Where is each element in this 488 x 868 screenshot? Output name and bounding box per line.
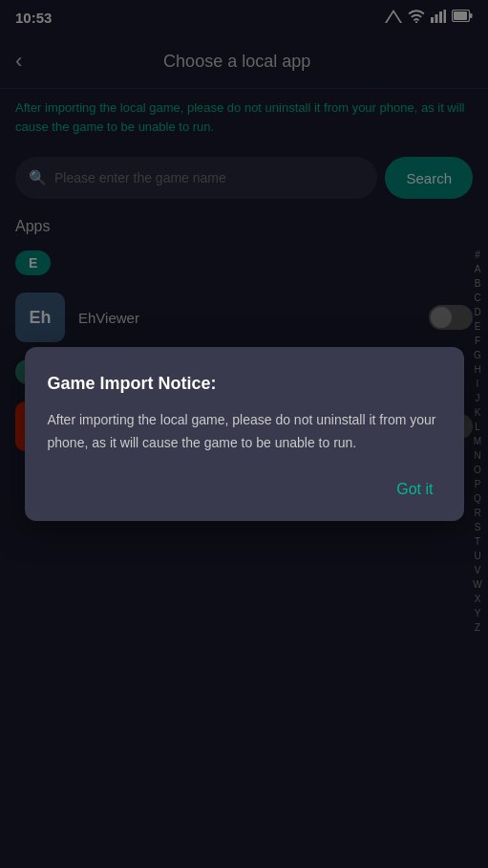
modal-title: Game Import Notice: (48, 374, 441, 394)
modal-overlay: Game Import Notice: After importing the … (0, 0, 488, 868)
modal-actions: Got it (48, 477, 441, 502)
modal-body: After importing the local game, please d… (48, 409, 441, 453)
got-it-button[interactable]: Got it (389, 477, 440, 502)
modal-dialog: Game Import Notice: After importing the … (25, 347, 464, 520)
